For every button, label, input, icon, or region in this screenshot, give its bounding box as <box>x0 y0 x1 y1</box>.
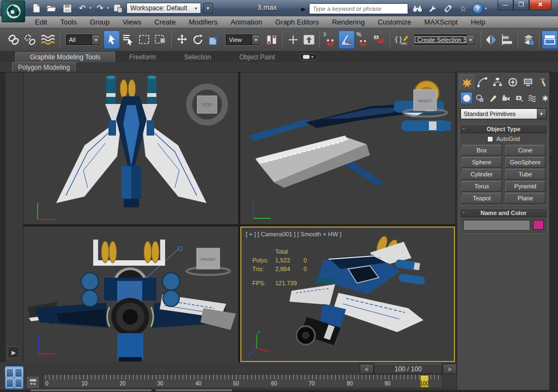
open-mini-curve-editor-button[interactable] <box>27 377 39 388</box>
rectangular-selection-region-button[interactable] <box>136 30 153 49</box>
reference-coordinate-dropdown[interactable]: View ▼ <box>226 34 260 45</box>
help-button[interactable]: ? <box>472 3 483 14</box>
category-helpers-button[interactable] <box>513 92 525 104</box>
previous-frame-button[interactable]: < <box>360 364 374 374</box>
communication-center-button[interactable] <box>442 3 454 14</box>
subscription-button[interactable] <box>427 3 439 14</box>
plane-button[interactable]: Plane <box>505 193 545 204</box>
percent-snap-toggle-button[interactable]: % <box>355 30 371 49</box>
viewport-camera[interactable]: z x [ + ] [ Camera001 ] [ Smooth + HW ] … <box>240 226 455 362</box>
infocenter-collapse-icon[interactable]: ▶ <box>301 6 306 12</box>
undo-button[interactable]: ↶ <box>76 2 89 14</box>
autogrid-checkbox[interactable] <box>487 136 493 142</box>
workspace-dropdown[interactable]: Workspace: Default ▾ <box>126 3 201 14</box>
tab-motion[interactable] <box>505 75 520 90</box>
redo-dropdown-arrow[interactable]: ▾ <box>107 6 110 10</box>
layer-manager-button[interactable] <box>520 30 537 49</box>
tab-selection[interactable]: Selection <box>170 52 225 62</box>
menu-views[interactable]: Views <box>116 16 148 28</box>
search-button[interactable] <box>411 3 423 14</box>
camera-viewport-label[interactable]: [ + ] [ Camera001 ] [ Smooth + HW ] <box>246 231 341 237</box>
viewport-top[interactable]: TOP <box>23 72 238 224</box>
menu-graph-editors[interactable]: Graph Editors <box>269 16 325 28</box>
workspace-menu-button[interactable]: ▼ <box>203 3 213 14</box>
tab-display[interactable] <box>520 75 535 90</box>
current-frame-display[interactable]: 100 / 100 <box>374 364 442 374</box>
menu-help[interactable]: Help <box>464 16 492 28</box>
undo-dropdown-arrow[interactable]: ▾ <box>89 6 92 10</box>
category-cameras-button[interactable] <box>500 92 512 104</box>
object-type-rollout-header[interactable]: - Object Type <box>460 125 547 133</box>
pyramid-button[interactable]: Pyramid <box>505 181 545 192</box>
torus-button[interactable]: Torus <box>462 181 502 192</box>
redo-button[interactable]: ↷ <box>94 2 107 14</box>
box-button[interactable]: Box <box>462 145 502 156</box>
object-color-swatch[interactable] <box>533 220 544 230</box>
select-by-name-button[interactable] <box>120 30 136 49</box>
save-button[interactable] <box>60 2 74 14</box>
align-button[interactable] <box>499 30 515 49</box>
unlink-selection-button[interactable] <box>22 30 38 49</box>
object-name-field[interactable] <box>463 220 530 230</box>
help-dropdown-arrow[interactable]: ▾ <box>485 7 487 11</box>
ribbon-minimize-button[interactable]: ▾ <box>299 53 318 60</box>
tube-button[interactable]: Tube <box>505 169 545 180</box>
mirror-button[interactable] <box>483 30 500 49</box>
select-and-scale-button[interactable] <box>206 30 222 49</box>
rollout-collapse-icon[interactable]: - <box>463 125 465 131</box>
tab-hierarchy[interactable] <box>490 75 505 90</box>
menu-maxscript[interactable]: MAXScript <box>418 16 464 28</box>
new-file-button[interactable] <box>30 2 43 14</box>
spinner-snap-toggle-button[interactable] <box>371 30 387 49</box>
menu-edit[interactable]: Edit <box>28 16 53 28</box>
menu-customize[interactable]: Customize <box>371 16 417 28</box>
time-slider-track[interactable]: 0 10 20 30 40 50 60 70 80 90 100 <box>43 374 442 388</box>
name-color-rollout-header[interactable]: - Name and Color <box>460 209 547 217</box>
menu-tools[interactable]: Tools <box>53 16 83 28</box>
menu-rendering[interactable]: Rendering <box>325 16 371 28</box>
menu-modifiers[interactable]: Modifiers <box>182 16 224 28</box>
search-input[interactable] <box>309 3 408 14</box>
application-menu-button[interactable] <box>2 1 25 22</box>
viewport-layout-tabs-button[interactable] <box>4 366 24 390</box>
use-pivot-point-center-button[interactable] <box>264 30 280 49</box>
angle-snap-toggle-button[interactable] <box>338 30 355 49</box>
viewcube-right[interactable]: RIGHT <box>402 84 448 124</box>
sphere-button[interactable]: Sphere <box>462 157 502 168</box>
category-lights-button[interactable] <box>487 92 499 104</box>
select-and-manipulate-button[interactable] <box>285 30 301 49</box>
scene-explorer-expand-button[interactable]: ▶ <box>8 346 20 358</box>
menu-create[interactable]: Create <box>148 16 182 28</box>
project-toolbar-button[interactable] <box>111 2 124 14</box>
named-selection-set-dropdown[interactable]: Create Selection Se ▼ <box>414 34 475 45</box>
favorites-button[interactable]: ☆ <box>457 3 469 14</box>
next-frame-button[interactable]: > <box>442 364 457 374</box>
tab-utilities[interactable] <box>536 75 550 90</box>
viewcube-top[interactable]: TOP <box>185 83 229 126</box>
category-shapes-button[interactable] <box>474 92 486 104</box>
category-space-warps-button[interactable] <box>526 92 538 104</box>
selection-filter-dropdown[interactable]: All ▼ <box>66 34 101 45</box>
viewport-right[interactable]: RIGHT <box>240 72 455 224</box>
select-and-move-button[interactable] <box>174 30 190 49</box>
geosphere-button[interactable]: GeoSphere <box>505 157 545 168</box>
teapot-button[interactable]: Teapot <box>462 193 502 204</box>
tab-modify[interactable] <box>475 75 489 90</box>
subtab-polygon-modeling[interactable]: Polygon Modeling <box>12 62 76 72</box>
keyboard-shortcut-override-button[interactable] <box>301 30 317 49</box>
snaps-toggle-button[interactable]: 3 <box>322 30 338 49</box>
category-geometry-button[interactable] <box>460 92 472 104</box>
minimize-button[interactable]: — <box>498 0 513 10</box>
viewcube-front[interactable]: FRONT <box>185 242 232 281</box>
window-crossing-toggle-button[interactable] <box>153 30 169 49</box>
select-and-rotate-button[interactable] <box>190 30 206 49</box>
tab-object-paint[interactable]: Object Paint <box>225 52 289 62</box>
cylinder-button[interactable]: Cylinder <box>462 169 502 180</box>
tab-graphite-modeling-tools[interactable]: Graphite Modeling Tools <box>15 52 115 62</box>
menu-group[interactable]: Group <box>83 16 116 28</box>
category-systems-button[interactable] <box>539 92 551 104</box>
cone-button[interactable]: Cone <box>505 145 545 156</box>
edit-named-selection-sets-button[interactable]: { }ABC <box>392 30 411 49</box>
tab-create[interactable] <box>459 75 474 90</box>
bind-to-space-warp-button[interactable] <box>38 30 58 49</box>
